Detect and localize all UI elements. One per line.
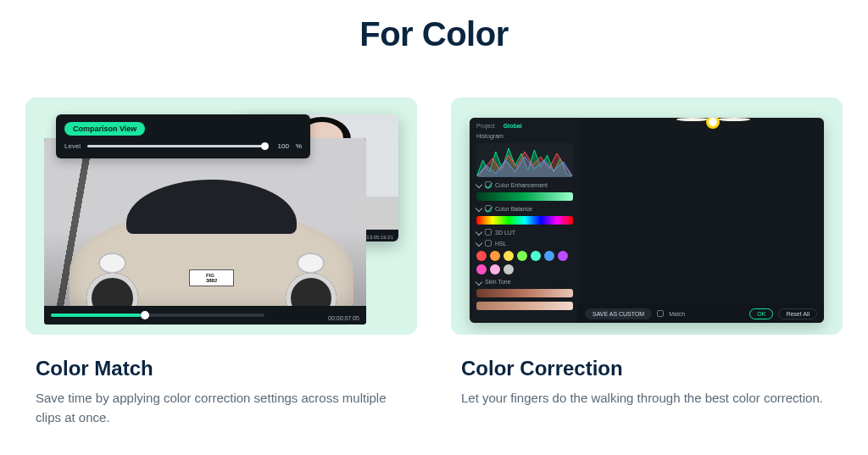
card-color-correction-title: Color Correction (451, 357, 843, 380)
chevron-down-icon (476, 205, 482, 212)
swatch[interactable] (504, 251, 514, 261)
lens-left (676, 118, 709, 121)
checkbox-icon[interactable] (485, 229, 492, 236)
main-playbar[interactable]: 00:00:07:05 (44, 306, 366, 325)
license-plate: FIG 3882 (189, 269, 235, 286)
histogram (476, 143, 573, 177)
checkbox-icon[interactable] (485, 240, 492, 247)
chevron-down-icon (476, 181, 482, 188)
cc-tabs: Project Global (476, 123, 573, 129)
level-unit: % (296, 142, 302, 150)
page-title: For Color (0, 15, 868, 53)
swatch[interactable] (504, 264, 514, 275)
level-value: 100 (272, 142, 289, 150)
gradient-hue[interactable] (476, 216, 573, 225)
checkbox-icon[interactable] (485, 181, 492, 188)
cc-sidebar: Project Global Histogram (470, 118, 578, 323)
level-row: Level 100 % (64, 142, 302, 150)
row-color-balance[interactable]: Color Balance (476, 205, 573, 212)
row-color-enhance[interactable]: Color Enhancement (476, 181, 573, 188)
cc-preview (578, 118, 824, 304)
swatch[interactable] (544, 251, 554, 261)
swatch[interactable] (517, 251, 527, 261)
row-hsl-label: HSL (495, 241, 507, 247)
chevron-down-icon (476, 278, 482, 285)
row-lut-label: 3D LUT (495, 230, 515, 236)
card-color-correction-desc: Let your fingers do the walking through … (451, 389, 843, 408)
card-color-match: 13:05:19:21 FIG 3882 00:00:07: (25, 97, 417, 427)
gradient-skin-1[interactable] (476, 289, 573, 297)
gradient-skin-2[interactable] (476, 302, 573, 310)
swatch[interactable] (558, 251, 568, 261)
ok-button[interactable]: OK (749, 308, 773, 319)
level-label: Level (64, 142, 81, 150)
card-color-match-image: 13:05:19:21 FIG 3882 00:00:07: (25, 97, 417, 335)
lens-right (718, 118, 750, 121)
swatch[interactable] (531, 251, 541, 261)
footer-match-label: Match (669, 311, 685, 317)
main-timecode: 00:00:07:05 (328, 315, 359, 321)
checkbox-icon[interactable] (485, 205, 492, 212)
progress-track[interactable] (51, 314, 264, 317)
tab-project[interactable]: Project (476, 123, 495, 129)
swatch[interactable] (490, 264, 500, 275)
progress-thumb[interactable] (141, 311, 149, 319)
swatch[interactable] (490, 251, 500, 261)
tab-global[interactable]: Global (504, 123, 522, 129)
swatch[interactable] (476, 251, 487, 261)
feature-cards: 13:05:19:21 FIG 3882 00:00:07: (0, 97, 868, 427)
car-headlight-left (98, 252, 126, 274)
swatch-grid (476, 251, 573, 275)
level-slider[interactable] (87, 145, 265, 147)
swatch[interactable] (476, 264, 487, 275)
secondary-timecode: 13:05:19:21 (366, 235, 393, 240)
row-color-balance-label: Color Balance (495, 206, 532, 212)
cc-bottom-bar: SAVE AS CUSTOM Match OK Reset All (578, 304, 824, 323)
cm-main-preview: FIG 3882 00:00:07:05 (44, 138, 366, 325)
row-hsl[interactable]: HSL (476, 240, 573, 247)
row-skin-label: Skin Tone (485, 279, 511, 285)
chevron-down-icon (476, 240, 482, 247)
row-skin[interactable]: Skin Tone (476, 279, 573, 285)
card-color-correction: Project Global Histogram (451, 97, 843, 427)
car-headlight-right (297, 252, 325, 274)
reset-all-button[interactable]: Reset All (778, 308, 817, 319)
cc-app-window: Project Global Histogram (470, 118, 824, 323)
row-lut[interactable]: 3D LUT (476, 229, 573, 236)
card-color-match-title: Color Match (25, 357, 417, 380)
row-color-enhance-label: Color Enhancement (495, 182, 548, 188)
checkbox-icon[interactable] (657, 310, 664, 317)
chevron-down-icon (476, 229, 482, 236)
level-slider-thumb[interactable] (261, 142, 269, 150)
card-color-match-desc: Save time by applying color correction s… (25, 389, 417, 427)
comparison-panel: Comparison View Level 100 % (56, 114, 310, 158)
gradient-green[interactable] (476, 192, 573, 201)
cc-main-area: SAVE AS CUSTOM Match OK Reset All (578, 118, 824, 323)
histogram-svg (476, 143, 573, 177)
save-custom-button[interactable]: SAVE AS CUSTOM (585, 308, 652, 319)
flower-icon (709, 118, 717, 126)
section-histogram-label: Histogram (476, 133, 573, 139)
comparison-badge[interactable]: Comparison View (64, 122, 145, 136)
card-color-correction-image: Project Global Histogram (451, 97, 843, 335)
